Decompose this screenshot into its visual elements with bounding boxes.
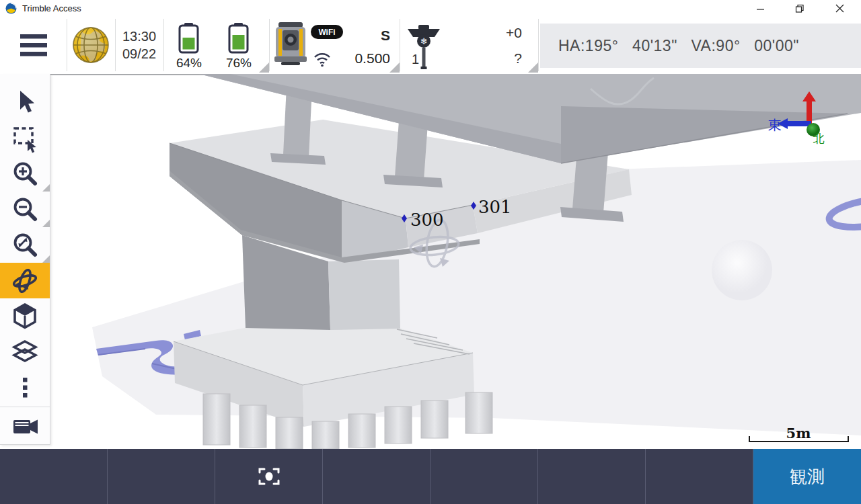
status-toolbar: 13:30 09/22 64% 76%: [0, 17, 861, 75]
zoom-in-icon: [10, 159, 40, 189]
wifi-badge-icon: WiFi: [311, 25, 343, 40]
main-menu-button[interactable]: [0, 17, 67, 73]
cube-icon: [10, 302, 40, 331]
view-toolbar: [0, 74, 50, 445]
video-camera-icon: [10, 412, 40, 442]
measure-button-label: 観測: [790, 465, 825, 489]
target-panel-fold: [528, 62, 538, 73]
zoom-extents-button[interactable]: [0, 227, 50, 263]
zoom-extents-fold: [42, 255, 50, 263]
close-button[interactable]: [824, 0, 855, 17]
orbit-icon: [9, 265, 40, 296]
axis-north-label: 北: [813, 132, 825, 145]
globe-icon: [72, 26, 110, 64]
layers-button[interactable]: [0, 334, 50, 370]
zoom-out-icon: [10, 195, 40, 224]
target-panel[interactable]: ❄ 1 +0 ?: [400, 17, 538, 73]
svg-text:WiFi: WiFi: [318, 28, 335, 37]
scale-label: 5m: [786, 425, 811, 442]
instrument-panel[interactable]: WiFi S 0.500: [269, 17, 400, 73]
softkey-slot-1: [0, 449, 108, 504]
map-globe-button[interactable]: [67, 17, 115, 73]
prism-target-icon: ❄: [405, 22, 443, 71]
more-tools-button[interactable]: [0, 370, 50, 405]
battery-panel[interactable]: 64% 76%: [163, 17, 269, 73]
video-camera-button[interactable]: [0, 409, 50, 444]
angles-readout: HA:195° 40'13" VA:90° 00'00": [558, 37, 799, 55]
sphere-object: [712, 240, 772, 300]
battery-icon-external: [225, 23, 252, 54]
axis-east-label: 東: [768, 118, 782, 132]
date-label: 09/22: [115, 45, 163, 62]
zoom-in-button[interactable]: [0, 156, 50, 192]
zoom-in-fold: [42, 184, 50, 192]
target-status-label: ?: [480, 50, 522, 67]
battery-icon-internal: [176, 23, 202, 54]
battery-external-label: 76%: [217, 56, 260, 71]
instrument-value-label: 0.500: [336, 50, 390, 67]
target-id-label: 1: [412, 52, 419, 67]
orbit-tool-button[interactable]: [0, 263, 50, 298]
zoom-extents-icon: [10, 230, 40, 260]
minimize-button[interactable]: [745, 0, 776, 17]
softkey-slot-4: [323, 449, 430, 504]
softkey-slot-6: [538, 449, 646, 504]
focus-target-icon: [256, 466, 283, 487]
minimize-icon: [756, 4, 765, 13]
app-logo-icon: [5, 3, 17, 14]
instrument-mode-label: S: [350, 28, 390, 44]
close-icon: [835, 4, 844, 13]
softkey-slot-5: [430, 449, 538, 504]
restore-button[interactable]: [784, 0, 815, 17]
measure-button[interactable]: 観測: [753, 449, 861, 504]
point-label: 301: [478, 197, 512, 217]
time-label: 13:30: [115, 28, 163, 45]
trimble-access-window: Trimble Access: [0, 0, 861, 504]
toolbar-divider: [0, 407, 50, 407]
target-height-label: +0: [480, 25, 522, 41]
wifi-signal-icon: [313, 52, 331, 67]
battery-internal-label: 64%: [167, 56, 211, 71]
marquee-select-icon: [10, 124, 40, 153]
view-cube-button[interactable]: [0, 298, 50, 334]
instrument-panel-fold: [389, 62, 400, 73]
softkey-bar: 観測: [0, 449, 861, 504]
total-station-icon: [272, 21, 312, 68]
layers-icon: [10, 337, 40, 367]
clock-panel[interactable]: 13:30 09/22: [115, 17, 163, 73]
snap-to-point-button[interactable]: [215, 449, 323, 504]
zoom-out-fold: [42, 220, 50, 227]
zoom-out-button[interactable]: [0, 192, 50, 227]
restore-icon: [795, 4, 804, 13]
softkey-slot-7: [646, 449, 753, 504]
point-label: 300: [410, 210, 444, 230]
softkey-slot-2: [108, 449, 215, 504]
hamburger-icon: [19, 33, 48, 57]
map-3d-view[interactable]: 300 301 東 北 5m: [0, 74, 861, 449]
cursor-icon: [10, 88, 40, 118]
app-title: Trimble Access: [22, 3, 81, 13]
ellipsis-icon: [10, 373, 40, 403]
battery-panel-fold: [259, 62, 269, 73]
svg-text:❄: ❄: [420, 36, 428, 46]
angles-panel[interactable]: HA:195° 40'13" VA:90° 00'00": [540, 24, 861, 68]
marquee-select-button[interactable]: [0, 120, 50, 156]
title-bar: Trimble Access: [0, 0, 861, 17]
select-tool-button[interactable]: [0, 85, 50, 120]
